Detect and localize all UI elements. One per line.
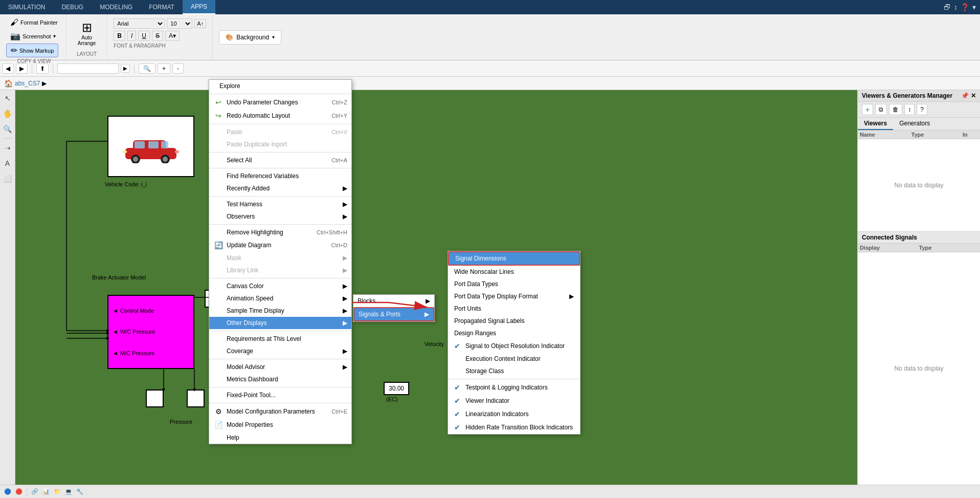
menu-item-update-diagram[interactable]: 🔄 Update Diagram Ctrl+D [209,239,351,252]
panel-pin-icon[interactable]: 📌 [961,92,969,99]
menu-item-requirements[interactable]: Requirements at This Level [209,333,351,345]
submenu-port-data-types[interactable]: Port Data Types [448,278,580,290]
submenu-signal-object[interactable]: ✔ Signal to Object Resolution Indicator [448,339,580,353]
submenu-viewer-indicator[interactable]: ✔ Viewer Indicator [448,394,580,407]
menu-item-recently-added[interactable]: Recently Added ▶ [209,182,351,194]
background-btn[interactable]: 🎨 Background ▾ [219,30,281,45]
menu-item-paste[interactable]: Paste Ctrl+V [209,126,351,138]
status-icon-7[interactable]: 🔧 [76,488,83,495]
move-viewer-btn[interactable]: ↕ [904,104,915,115]
tab-generators[interactable]: Generators [893,118,936,130]
menu-item-metrics[interactable]: Metrics Dashboard [209,373,351,385]
zoom-tool-btn[interactable]: 🔍 [2,123,14,135]
background-dropdown-icon[interactable]: ▾ [272,34,275,40]
panel-close-icon[interactable]: ✕ [971,92,976,99]
submenu-execution-context[interactable]: Execution Context Indicator [448,353,580,365]
add-viewer-btn[interactable]: + [862,104,873,115]
submenu-port-units[interactable]: Port Units [448,302,580,315]
increase-font-btn[interactable]: A↑ [194,19,206,28]
model-nav-btn[interactable]: ▶ [121,64,130,73]
font-size-select[interactable]: 10 [167,18,192,29]
window-minimize-icon[interactable]: 🗗 [944,3,951,11]
menu-item-library-link[interactable]: Library Link ▶ [209,264,351,276]
submenu-blocks[interactable]: Blocks ▶ [353,295,434,307]
vehicle-code-block[interactable] [107,116,194,177]
small-block-2[interactable] [146,389,164,407]
font-color-btn[interactable]: A▾ [165,31,180,41]
menu-item-mask[interactable]: Mask ▶ [209,252,351,264]
nav-format[interactable]: FORMAT [141,0,183,14]
strikethrough-btn[interactable]: S [152,31,163,41]
zoom-in-btn[interactable]: + [158,63,170,74]
model-name-input[interactable]: abs_CS7 [57,63,119,74]
brake-actuator-block[interactable]: ◄Control Mode ◄W/C Pressure ◄M/C Pressur… [107,295,194,369]
submenu-linearization[interactable]: ✔ Linearization Indicators [448,407,580,421]
bold-btn[interactable]: B [114,31,125,41]
zoom-out-btn[interactable]: - [172,63,184,74]
font-family-select[interactable]: Arial [114,18,165,29]
status-icon-6[interactable]: 💻 [65,488,72,495]
menu-item-sample-time[interactable]: Sample Time Display ▶ [209,305,351,317]
select-tool-btn[interactable]: ↖ [2,92,14,104]
submenu-storage-class[interactable]: Storage Class [448,365,580,377]
zoom-btn[interactable]: 🔍 [139,63,155,74]
help-viewer-btn[interactable]: ? [917,104,927,115]
status-icon-2[interactable]: 🔴 [15,488,23,495]
small-block-3[interactable] [187,389,205,407]
status-icon-5[interactable]: 📁 [54,488,61,495]
delete-viewer-btn[interactable]: 🗑 [889,104,902,115]
menu-item-model-props[interactable]: 📄 Model Properties [209,418,351,431]
status-icon-4[interactable]: 📊 [42,488,50,495]
submenu-propagated-signals[interactable]: Propagated Signal Labels [448,315,580,327]
nav-simulation[interactable]: SIMULATION [0,0,53,14]
menu-item-model-advisor[interactable]: Model Advisor ▶ [209,361,351,373]
menu-item-remove-highlight[interactable]: Remove Highlighting Ctrl+Shift+H [209,226,351,239]
forward-btn[interactable]: ▶ [16,63,28,74]
auto-arrange-btn[interactable]: ⊞ Auto Arrange [73,17,101,49]
submenu-signal-dimensions[interactable]: Signal Dimensions [448,251,580,266]
submenu-hidden-rate[interactable]: ✔ Hidden Rate Transition Block Indicator… [448,421,580,434]
submenu-testpoint-logging[interactable]: ✔ Testpoint & Logging Indicators [448,381,580,394]
status-icon-1[interactable]: 🔵 [4,488,11,495]
window-restore-icon[interactable]: ↕ [954,3,957,11]
submenu-signals-ports[interactable]: Signals & Ports ▶ [353,307,434,321]
menu-item-fixed-point[interactable]: Fixed-Point Tool... [209,389,351,401]
submenu-port-data-format[interactable]: Port Data Type Display Format ▶ [448,290,580,302]
menu-item-explore[interactable]: Explore [209,80,351,92]
menu-item-help[interactable]: Help [209,431,351,444]
menu-item-find-refs[interactable]: Find Referenced Variables [209,170,351,182]
help-icon[interactable]: ❓ [961,3,969,11]
menu-item-paste-dup[interactable]: Paste Duplicate Inport [209,138,351,150]
back-btn[interactable]: ◀ [2,63,14,74]
screenshot-btn[interactable]: 📷 Screenshot ▾ [6,30,60,42]
status-icon-3[interactable]: 🔗 [31,488,38,495]
nav-debug[interactable]: DEBUG [53,0,92,14]
window-menu-icon[interactable]: ▾ [972,3,976,11]
menu-item-model-config[interactable]: ⚙ Model Configuration Parameters Ctrl+E [209,405,351,418]
text-tool-btn[interactable]: A [2,157,14,169]
underline-btn[interactable]: U [138,31,150,41]
breadcrumb-model[interactable]: abs_CS7 [15,80,40,87]
connect-tool-btn[interactable]: ➝ [2,142,14,154]
copy-viewer-btn[interactable]: ⧉ [875,104,887,115]
menu-item-animation-speed[interactable]: Animation Speed ▶ [209,292,351,305]
menu-item-undo[interactable]: ↩ Undo Parameter Changes Ctrl+Z [209,96,351,109]
menu-item-test-harness[interactable]: Test Harness ▶ [209,198,351,210]
nav-apps[interactable]: APPS [183,0,215,14]
tab-viewers[interactable]: Viewers [858,118,893,130]
nav-modeling[interactable]: MODELING [92,0,141,14]
menu-item-other-displays[interactable]: Other Displays ▶ [209,317,351,329]
menu-item-select-all[interactable]: Select All Ctrl+A [209,154,351,166]
scroll-tool-btn[interactable]: 🖐 [2,107,14,120]
italic-btn[interactable]: I [127,31,136,41]
show-markup-btn[interactable]: ✏ Show Markup [6,44,58,57]
menu-item-coverage[interactable]: Coverage ▶ [209,345,351,357]
menu-item-canvas-color[interactable]: Canvas Color ▶ [209,280,351,292]
nav-up-btn[interactable]: ⬆ [36,63,49,74]
format-painter-btn[interactable]: 🖌 Format Painter [6,16,62,29]
screenshot-dropdown-icon[interactable]: ▾ [53,33,56,39]
submenu-design-ranges[interactable]: Design Ranges [448,327,580,339]
annotation-tool-btn[interactable]: ⬜ [2,172,14,185]
submenu-wide-nonscalar[interactable]: Wide Nonscalar Lines [448,266,580,278]
menu-item-redo[interactable]: ↪ Redo Automatic Layout Ctrl+Y [209,109,351,122]
